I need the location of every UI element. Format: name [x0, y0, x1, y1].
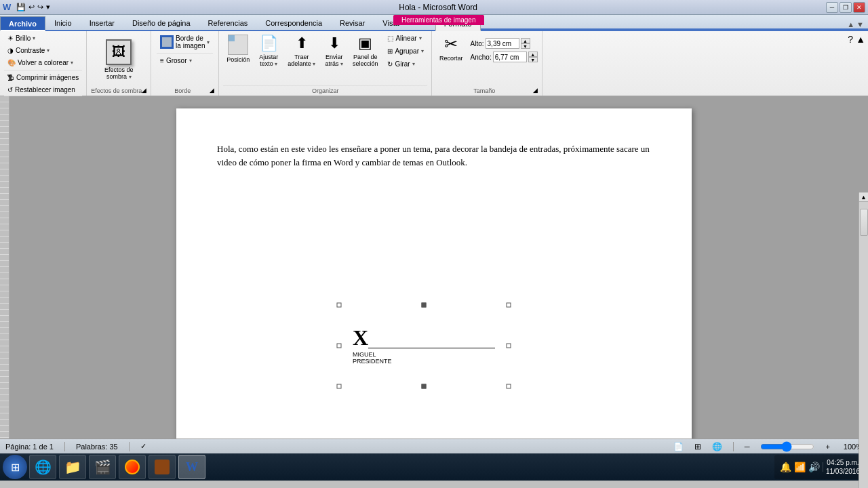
traer-adelante-button[interactable]: ⬆ Traer adelante ▾ [284, 33, 319, 70]
brillo-arrow-icon: ▾ [33, 35, 35, 41]
notification-icon[interactable]: 🔔 [780, 462, 791, 472]
zoom-in-button[interactable]: + [825, 443, 829, 451]
borde-arrow-icon: ▾ [207, 39, 210, 45]
ancho-decrement-button[interactable]: ▼ [528, 57, 538, 62]
efectos-sombra-label: Efectos de sombra [91, 86, 142, 94]
zoom-slider[interactable] [760, 441, 814, 452]
ajustar-texto-button[interactable]: 📄 Ajustar texto ▾ [256, 33, 281, 70]
brillo-button[interactable]: ☀ Brillo ▾ [4, 33, 39, 44]
clock: 04:25 p.m. 11/03/2016 [826, 458, 860, 476]
size-inputs-container: Alto: ▲ ▼ Ancho: ▲ ▼ [471, 33, 538, 62]
posicion-button[interactable]: Posición [223, 33, 253, 70]
alto-label: Alto: [471, 40, 484, 47]
taskbar-media-button[interactable]: 🎬 [89, 455, 116, 479]
status-separator-3 [733, 442, 734, 451]
comprimir-imagenes-button[interactable]: 🗜 Comprimir imágenes [4, 72, 82, 83]
alto-spinner: ▲ ▼ [521, 38, 530, 49]
network-icon[interactable]: 📶 [794, 462, 806, 472]
comprimir-icon: 🗜 [7, 74, 14, 81]
signature-x-mark: X [353, 327, 368, 348]
handle-top-left [337, 303, 342, 308]
media-icon: 🎬 [94, 459, 111, 475]
redo-icon[interactable]: ↪ [37, 3, 43, 12]
tamanio-corner-icon[interactable]: ◢ [533, 87, 538, 94]
ribbon-collapse-icon[interactable]: ▲ [856, 34, 865, 45]
system-tray: 🔔 📶 🔊 04:25 p.m. 11/03/2016 [774, 455, 865, 479]
borde-imagen-button[interactable]: Borde dela imagen ▾ [157, 33, 213, 52]
alto-decrement-button[interactable]: ▼ [521, 43, 530, 49]
view-web-button[interactable]: 🌐 [712, 442, 722, 451]
tab-inicio[interactable]: Inicio [45, 15, 81, 30]
grosor-button[interactable]: ≡ Grosor ▾ [157, 55, 195, 66]
ribbon-right-icons: ? ▲ [845, 31, 868, 96]
word-logo: W [3, 2, 11, 12]
zoom-out-button[interactable]: ─ [745, 443, 750, 451]
taskbar-unknown-button[interactable] [119, 455, 146, 479]
vertical-scrollbar[interactable]: ▲ ▼ [859, 192, 868, 488]
girar-button[interactable]: ↻ Girar ▾ [384, 58, 427, 70]
close-button[interactable]: ✕ [853, 2, 865, 13]
ancho-increment-button[interactable]: ▲ [528, 52, 538, 57]
left-ruler [0, 96, 9, 439]
alinear-group-container: ⬚ Alinear ▾ ⊞ Agrupar ▾ ↻ Girar ▾ [384, 33, 427, 70]
contraste-button[interactable]: ◑ Contraste ▾ [4, 45, 53, 56]
restore-button[interactable]: ❐ [840, 2, 852, 13]
posicion-btn-container: Posición [223, 33, 253, 70]
taskbar-unknown2-button[interactable] [149, 455, 176, 479]
borde-corner-icon[interactable]: ◢ [210, 87, 214, 94]
efectos-sombra-icon: 🖼 [106, 39, 132, 65]
tab-referencias[interactable]: Referencias [199, 15, 257, 30]
tab-revisar[interactable]: Revisar [331, 15, 374, 30]
volver-color-button[interactable]: 🎨 Volver a colorear ▾ [4, 57, 77, 68]
traer-adelante-icon: ⬆ [296, 35, 308, 52]
alto-increment-button[interactable]: ▲ [521, 38, 530, 43]
panel-seleccion-btn-container: ▣ Panel de selección [349, 33, 382, 70]
ie-icon: 🌐 [35, 459, 52, 475]
start-button[interactable]: ⊞ [3, 455, 27, 479]
status-separator-1 [64, 442, 65, 451]
girar-arrow-icon: ▾ [412, 61, 415, 67]
grosor-arrow-icon: ▾ [189, 58, 192, 64]
alinear-button[interactable]: ⬚ Alinear ▾ [384, 33, 427, 44]
restablecer-icon: ↺ [7, 86, 13, 94]
signature-image-selected[interactable]: X MIGUEL PRESIDENTE [339, 305, 509, 386]
ancho-label: Ancho: [471, 54, 492, 61]
spell-check-icon: ✓ [140, 442, 146, 451]
ribbon-group-borde: Borde dela imagen ▾ ≡ Grosor ▾ Borde ◢ [151, 31, 219, 96]
minimize-button[interactable]: ─ [826, 2, 838, 13]
word-taskbar-icon: W [186, 460, 198, 474]
taskbar-word-button[interactable]: W [178, 455, 205, 479]
title-bar: W 💾 ↩ ↪ ▾ Hola - Microsoft Word ─ ❐ ✕ [0, 0, 868, 15]
ribbon-group-efectos-sombra: 🖼 Efectos de sombra ▾ Efectos de sombra … [87, 31, 151, 96]
tab-archivo[interactable]: Archivo [0, 16, 45, 31]
efectos-sombra-button[interactable]: 🖼 Efectos de sombra ▾ [101, 37, 137, 82]
panel-seleccion-button[interactable]: ▣ Panel de selección [349, 33, 382, 70]
girar-icon: ↻ [387, 60, 393, 68]
word-count: Palabras: 35 [76, 443, 118, 451]
taskbar-ie-button[interactable]: 🌐 [29, 455, 56, 479]
efectos-sombra-corner-icon[interactable]: ◢ [142, 87, 146, 94]
taskbar-explorer-button[interactable]: 📁 [59, 455, 86, 479]
tab-insertar[interactable]: Insertar [81, 15, 123, 30]
ancho-input[interactable] [493, 52, 527, 62]
enviar-atras-button[interactable]: ⬇ Enviar atrás ▾ [321, 33, 347, 70]
restablecer-imagen-button[interactable]: ↺ Restablecer imagen [4, 84, 79, 96]
window-title: Hola - Microsoft Word [50, 3, 826, 12]
recortar-button[interactable]: ✂ Recortar [436, 33, 467, 70]
window-controls: ─ ❐ ✕ [826, 2, 865, 13]
tab-correspondencia[interactable]: Correspondencia [256, 15, 331, 30]
save-icon[interactable]: 💾 [16, 3, 26, 12]
scroll-thumb[interactable] [860, 209, 868, 236]
volume-icon[interactable]: 🔊 [808, 462, 820, 472]
alinear-arrow-icon: ▾ [419, 35, 422, 41]
agrupar-button[interactable]: ⊞ Agrupar ▾ [384, 45, 427, 57]
help-icon[interactable]: ? [848, 34, 853, 45]
doc-scroll-area: Hola, como están en este video les enseñ… [9, 96, 859, 439]
scroll-up-button[interactable]: ▲ [859, 192, 868, 202]
tab-diseno[interactable]: Diseño de página [123, 15, 199, 30]
undo-icon[interactable]: ↩ [28, 3, 35, 12]
panel-seleccion-icon: ▣ [358, 35, 372, 52]
view-full-button[interactable]: ⊞ [694, 442, 701, 451]
alto-input[interactable] [486, 38, 519, 49]
view-print-button[interactable]: 📄 [673, 442, 684, 451]
